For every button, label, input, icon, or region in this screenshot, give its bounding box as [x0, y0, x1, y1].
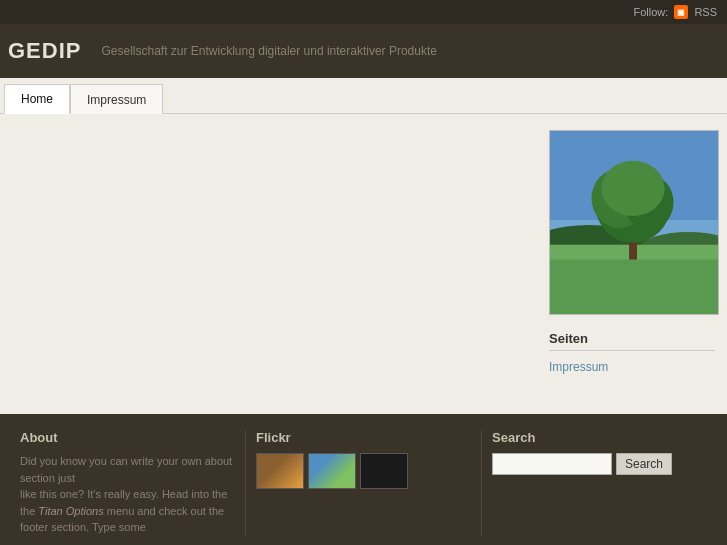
flickr-thumbnails — [256, 453, 471, 489]
content-area — [0, 114, 537, 414]
footer-about: About Did you know you can write your ow… — [10, 430, 246, 536]
impressum-link[interactable]: Impressum — [549, 360, 608, 374]
svg-point-10 — [601, 161, 664, 216]
sidebar: Seiten Impressum — [537, 114, 727, 414]
rss-text[interactable]: RSS — [694, 6, 717, 18]
follow-label: Follow: — [634, 6, 669, 18]
nav-bar: Home Impressum — [0, 78, 727, 114]
about-text-italic: Titan Options — [38, 505, 103, 517]
search-form: Search — [492, 453, 707, 475]
sidebar-image — [549, 130, 719, 315]
about-text-1: Did you know you can write your own abou… — [20, 455, 232, 484]
about-text: Did you know you can write your own abou… — [20, 453, 235, 536]
tab-impressum[interactable]: Impressum — [70, 84, 163, 114]
search-title: Search — [492, 430, 707, 445]
svg-rect-5 — [550, 260, 718, 314]
footer-search: Search Search — [482, 430, 717, 536]
flickr-thumb-3[interactable] — [360, 453, 408, 489]
footer-flickr: Flickr — [246, 430, 482, 536]
flickr-title: Flickr — [256, 430, 471, 445]
site-header: GEDIP Gesellschaft zur Entwicklung digit… — [0, 24, 727, 78]
site-tagline: Gesellschaft zur Entwicklung digitaler u… — [101, 44, 437, 58]
flickr-thumb-2[interactable] — [308, 453, 356, 489]
main-content: Seiten Impressum — [0, 114, 727, 414]
search-input[interactable] — [492, 453, 612, 475]
seiten-title: Seiten — [549, 331, 715, 351]
tab-home[interactable]: Home — [4, 84, 70, 114]
top-bar: Follow: ▣ RSS — [0, 0, 727, 24]
site-title: GEDIP — [8, 38, 81, 64]
search-button[interactable]: Search — [616, 453, 672, 475]
rss-icon: ▣ — [674, 5, 688, 19]
footer: About Did you know you can write your ow… — [0, 414, 727, 545]
about-title: About — [20, 430, 235, 445]
flickr-thumb-1[interactable] — [256, 453, 304, 489]
